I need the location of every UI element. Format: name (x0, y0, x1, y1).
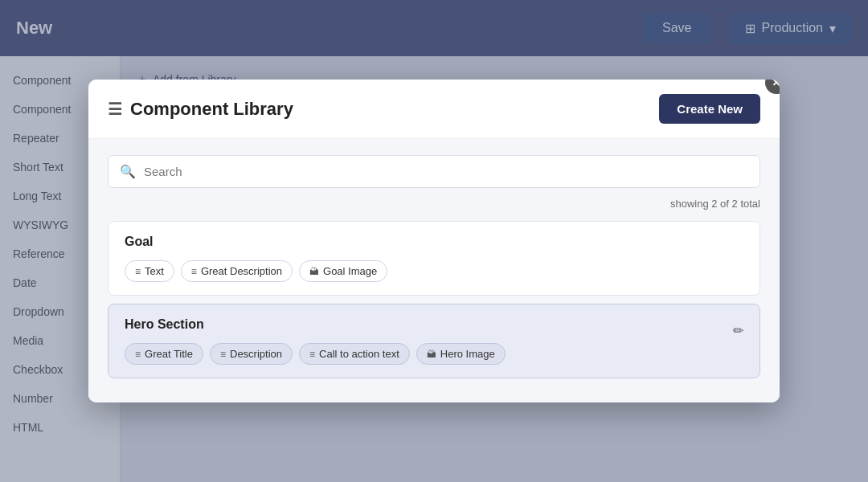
modal-body: 🔍 showing 2 of 2 total Goal ≡ Text ≡ Gre… (88, 139, 780, 402)
library-icon: ☰ (108, 100, 122, 119)
component-card-hero-section: Hero Section ✏ ≡ Great Title ≡ Descripti… (108, 304, 760, 378)
field-label-goal-image: Goal Image (323, 265, 377, 277)
field-label-description: Description (230, 348, 282, 360)
text-field-icon: ≡ (135, 266, 141, 277)
fields-row-goal: ≡ Text ≡ Great Description 🏔 Goal Image (125, 260, 743, 282)
field-tag-hero-image[interactable]: 🏔 Hero Image (416, 343, 506, 365)
search-bar: 🔍 (108, 155, 760, 188)
component-name-goal: Goal (125, 235, 743, 249)
field-label-hero-image: Hero Image (440, 348, 495, 360)
field-tag-great-description[interactable]: ≡ Great Description (181, 260, 293, 282)
image-field-icon: 🏔 (309, 266, 319, 277)
component-name-hero-section: Hero Section (125, 317, 204, 332)
text-field-icon5: ≡ (309, 349, 315, 360)
search-icon: 🔍 (120, 164, 136, 179)
component-card-goal: Goal ≡ Text ≡ Great Description 🏔 Goal I… (108, 221, 760, 296)
hero-section-header-row: Hero Section ✏ (125, 317, 743, 343)
text-field-icon4: ≡ (220, 349, 226, 360)
field-label-great-description: Great Description (201, 265, 282, 277)
field-tag-call-to-action[interactable]: ≡ Call to action text (299, 343, 410, 365)
field-tag-text[interactable]: ≡ Text (125, 260, 174, 282)
search-input[interactable] (144, 165, 748, 178)
field-label-great-title: Great Title (145, 348, 193, 360)
fields-row-hero-section: ≡ Great Title ≡ Description ≡ Call to ac… (125, 343, 743, 365)
field-label-text: Text (145, 265, 164, 277)
field-tag-great-title[interactable]: ≡ Great Title (125, 343, 203, 365)
modal-title-container: ☰ Component Library (108, 99, 293, 120)
showing-count-text: showing 2 of 2 total (108, 198, 760, 210)
edit-hero-section-button[interactable]: ✏ (733, 323, 743, 338)
text-field-icon2: ≡ (191, 266, 197, 277)
field-tag-description[interactable]: ≡ Description (210, 343, 293, 365)
create-new-button[interactable]: Create New (659, 94, 760, 124)
field-tag-goal-image[interactable]: 🏔 Goal Image (299, 260, 387, 282)
component-library-modal: × ☰ Component Library Create New 🔍 showi… (88, 80, 780, 402)
modal-title-text: Component Library (130, 99, 293, 120)
modal-overlay: × ☰ Component Library Create New 🔍 showi… (0, 0, 868, 482)
modal-header: ☰ Component Library Create New (88, 80, 780, 139)
text-field-icon3: ≡ (135, 349, 141, 360)
field-label-call-to-action: Call to action text (319, 348, 399, 360)
image-field-icon2: 🏔 (427, 349, 436, 360)
